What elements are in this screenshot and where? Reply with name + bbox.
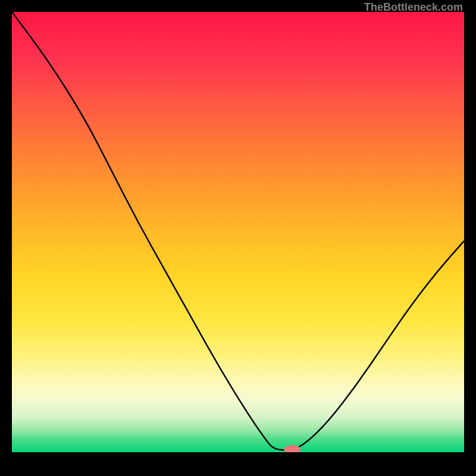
attribution-text: TheBottleneck.com [364,1,463,14]
chart-container [12,12,464,464]
chart-background [12,12,464,452]
chart-svg [12,12,464,452]
